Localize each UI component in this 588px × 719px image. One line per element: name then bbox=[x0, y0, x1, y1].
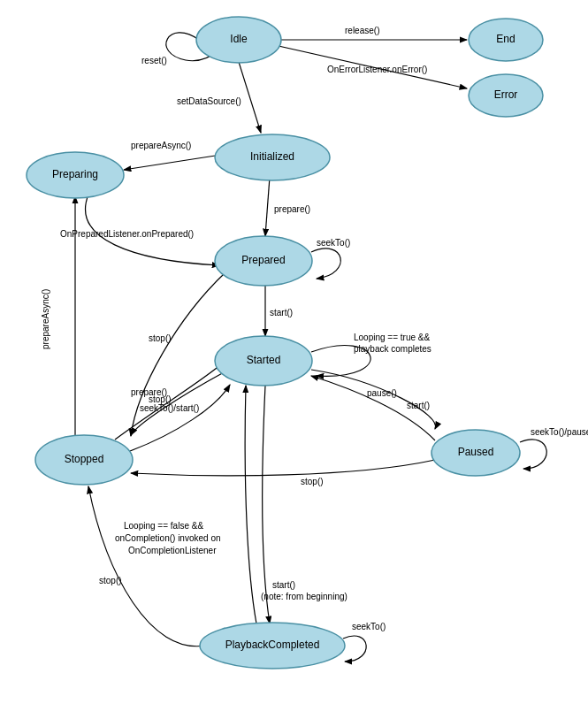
prepare1-label: prepare() bbox=[274, 204, 310, 214]
release-label: release() bbox=[345, 26, 379, 35]
seekto-prepared-label: seekTo() bbox=[317, 238, 350, 248]
playbackcompleted-label: PlaybackCompleted bbox=[225, 639, 320, 651]
seektostart-stopped-label: seekTo()/start() bbox=[140, 403, 199, 413]
stop-playback-label: stop() bbox=[99, 576, 122, 585]
prepare-stopped-label: prepare() bbox=[131, 387, 167, 397]
looping-true-label2: playback completes bbox=[354, 344, 431, 354]
looping-false-label1: Looping == false && bbox=[124, 521, 203, 531]
setdatasource-label: setDataSource() bbox=[177, 96, 241, 106]
start-playback-label2: (note: from beginning) bbox=[261, 592, 347, 601]
initialized-label: Initialized bbox=[250, 150, 294, 163]
onerror-label: OnErrorListener.onError() bbox=[327, 65, 427, 74]
setdatasource-arrow bbox=[239, 62, 261, 133]
preparing-label: Preparing bbox=[52, 168, 98, 180]
start-playback-arrow bbox=[245, 386, 256, 623]
started-label: Started bbox=[247, 354, 281, 366]
paused-label: Paused bbox=[458, 446, 494, 458]
seekto-pause-label: seekTo()/pause() bbox=[531, 427, 588, 437]
idle-label: Idle bbox=[230, 33, 248, 45]
start-prepared-label: start() bbox=[270, 308, 293, 317]
stop-playback-arrow bbox=[88, 486, 205, 646]
state-diagram: reset() release() OnErrorListener.onErro… bbox=[0, 0, 588, 719]
stop-paused-label: stop() bbox=[301, 477, 324, 486]
seekto-prepared-arrow bbox=[311, 249, 340, 279]
start-paused-label: start() bbox=[407, 401, 430, 410]
stop-prepared-label: stop() bbox=[149, 333, 172, 343]
reset-label: reset() bbox=[141, 56, 167, 65]
looping-true-label1: Looping == true && bbox=[354, 333, 431, 342]
prepareasync1-label: prepareAsync() bbox=[131, 141, 191, 150]
end-label: End bbox=[496, 33, 515, 45]
prepareasync1-arrow bbox=[124, 155, 221, 170]
looping-false-arrow bbox=[263, 386, 270, 623]
seekto-playback-arrow bbox=[343, 636, 366, 662]
looping-false-label2: onCompletion() invoked on bbox=[115, 533, 221, 543]
start-playback-label1: start() bbox=[272, 580, 295, 590]
pause-label: pause() bbox=[367, 388, 397, 398]
onprepared-label: OnPreparedListener.onPrepared() bbox=[60, 229, 194, 239]
error-label: Error bbox=[494, 88, 518, 101]
seekto-pause-arrow bbox=[520, 440, 546, 469]
prepareasync-stopped-label: prepareAsync() bbox=[41, 289, 50, 349]
prepared-label: Prepared bbox=[241, 254, 285, 266]
stop-paused-arrow bbox=[131, 460, 435, 476]
looping-false-label3: OnCompletionListener bbox=[128, 546, 217, 555]
stopped-label: Stopped bbox=[65, 453, 104, 465]
seekto-playback-label: seekTo() bbox=[352, 622, 386, 631]
prepare1-arrow bbox=[265, 177, 270, 236]
